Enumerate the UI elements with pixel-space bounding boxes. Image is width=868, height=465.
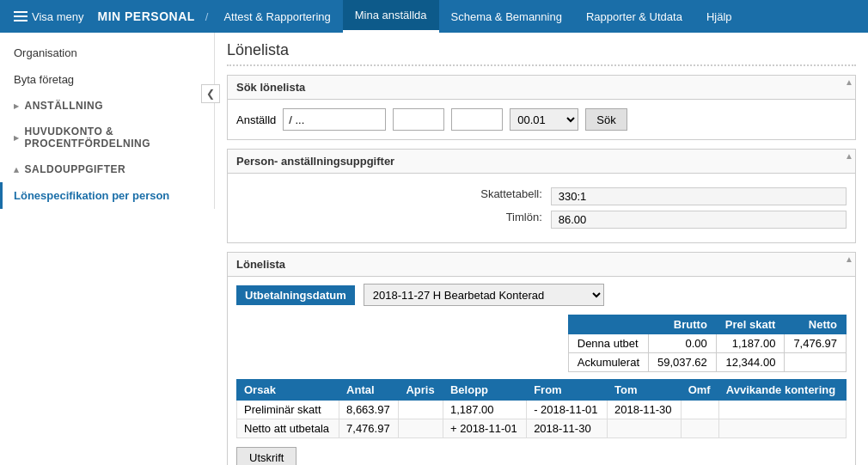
col-orsak: Orsak: [237, 380, 339, 401]
sok-button[interactable]: Sök: [585, 108, 627, 131]
cell-from-1: - 2018-11-01: [527, 401, 608, 419]
summary-col-prelskatt: Prel skatt: [716, 315, 785, 334]
lonelista-panel-scroll[interactable]: ▲: [845, 254, 853, 264]
sok-panel-header-text: Sök lönelista: [236, 81, 305, 94]
lonelista-panel-header-text: Lönelista: [236, 258, 285, 271]
table-row: Netto att utbetala 7,476.97 + 2018-11-01…: [237, 419, 847, 438]
cell-omf-2: [681, 419, 718, 438]
col-avvikande: Avvikande kontering: [718, 380, 846, 401]
brand-name: MIN PERSONAL: [90, 9, 201, 23]
cell-belopp-1: 1,187.00: [443, 401, 526, 419]
sok-panel: Sök lönelista ▲ Anställd 00.01 Sök: [227, 75, 856, 140]
menu-toggle[interactable]: Visa meny: [7, 10, 90, 23]
sok-panel-scroll[interactable]: ▲: [845, 77, 853, 87]
cell-avvikande-1: [718, 401, 846, 419]
skattetabell-label: Skattetabell:: [236, 187, 542, 205]
person-info-grid: Skattetabell: 330:1 Timlön: 86.00: [236, 182, 847, 234]
summary-ackumulerat-label: Ackumulerat: [568, 353, 648, 372]
person-panel-header: Person- anställningsuppgifter ▲: [228, 150, 855, 174]
nav-item-schema[interactable]: Schema & Bemanning: [439, 0, 574, 33]
person-panel-header-text: Person- anställningsuppgifter: [236, 155, 394, 168]
sidebar: Organisation Byta företag ▸ ANSTÄLLNING …: [0, 33, 215, 209]
table-row: Preliminär skatt 8,663.97 1,187.00 - 201…: [237, 401, 847, 419]
col-antal: Antal: [339, 380, 399, 401]
dropdown-row: Utbetalningsdatum 2018-11-27 H Bearbetad…: [236, 284, 847, 306]
cell-omf-1: [681, 401, 718, 419]
summary-denna-utbet-label: Denna utbet: [568, 334, 648, 353]
sok-dropdown[interactable]: 00.01: [510, 108, 578, 131]
summary-ackumulerat-brutto: 59,037.62: [649, 353, 717, 372]
summary-area: Brutto Prel skatt Netto Denna utbet 0.00…: [236, 315, 847, 372]
person-panel: Person- anställningsuppgifter ▲ Skatteta…: [227, 149, 856, 243]
sidebar-label-anstallning: ANSTÄLLNING: [25, 100, 104, 112]
summary-col-empty: [568, 315, 648, 334]
utbetalningsdatum-select[interactable]: 2018-11-27 H Bearbetad Konterad: [364, 284, 604, 306]
sok-form-row: Anställd 00.01 Sök: [236, 108, 847, 131]
sidebar-item-byta-foretag[interactable]: Byta företag: [0, 66, 214, 93]
nav-item-attest[interactable]: Attest & Rapportering: [211, 0, 342, 33]
cell-belopp-2: + 2018-11-01: [443, 419, 526, 438]
cell-orsak-1: Preliminär skatt: [237, 401, 339, 419]
arrow-icon-anstallning: ▸: [14, 101, 20, 112]
sok-field2[interactable]: [451, 108, 503, 131]
sok-panel-header: Sök lönelista ▲: [228, 76, 855, 100]
skattetabell-value: 330:1: [551, 187, 847, 205]
cell-apris-1: [399, 401, 443, 419]
timlon-label: Timlön:: [236, 211, 542, 229]
summary-denna-utbet-prelskatt: 1,187.00: [716, 334, 785, 353]
col-apris: Apris: [399, 380, 443, 401]
page-title: Lönelista: [227, 41, 856, 66]
sidebar-item-saldouppgifter[interactable]: ▴ SALDOUPPGIFTER: [0, 156, 214, 182]
cell-antal-2: 7,476.97: [339, 419, 399, 438]
sidebar-item-lonespecifikation[interactable]: Lönespecifikation per person: [0, 182, 214, 209]
utskrift-button[interactable]: Utskrift: [236, 447, 296, 465]
sidebar-item-huvudkonto[interactable]: ▸ HUVUDKONTO & PROCENTFÖRDELNING: [0, 119, 214, 156]
menu-label: Visa meny: [32, 10, 83, 23]
sidebar-item-anstallning[interactable]: ▸ ANSTÄLLNING: [0, 93, 214, 119]
nav-item-hjalp[interactable]: Hjälp: [694, 0, 744, 33]
summary-ackumulerat-netto: [785, 353, 847, 372]
utbetalningsdatum-label: Utbetalningsdatum: [236, 285, 355, 305]
person-panel-scroll[interactable]: ▲: [845, 151, 853, 161]
sidebar-collapse-button[interactable]: ❮: [201, 84, 220, 103]
summary-table: Brutto Prel skatt Netto Denna utbet 0.00…: [568, 315, 847, 372]
sok-panel-body: Anställd 00.01 Sök: [228, 100, 855, 139]
sidebar-item-organisation[interactable]: Organisation: [0, 40, 214, 66]
main-content: Lönelista Sök lönelista ▲ Anställd 00.01…: [215, 33, 868, 465]
sidebar-label-organisation: Organisation: [14, 46, 77, 59]
col-belopp: Belopp: [443, 380, 526, 401]
col-omf: Omf: [681, 380, 718, 401]
sidebar-wrapper: Organisation Byta företag ▸ ANSTÄLLNING …: [0, 33, 215, 465]
arrow-icon-huvudkonto: ▸: [14, 132, 20, 144]
cell-avvikande-2: [718, 419, 846, 438]
summary-denna-utbet-netto: 7,476.97: [785, 334, 847, 353]
nav-item-rapporter[interactable]: Rapporter & Utdata: [574, 0, 694, 33]
summary-col-brutto: Brutto: [649, 315, 717, 334]
col-from: From: [527, 380, 608, 401]
cell-orsak-2: Netto att utbetala: [237, 419, 339, 438]
col-tom: Tom: [607, 380, 681, 401]
anstald-label: Anställd: [236, 113, 276, 126]
sidebar-label-huvudkonto: HUVUDKONTO & PROCENTFÖRDELNING: [25, 125, 201, 150]
sidebar-label-lonespecifikation: Lönespecifikation per person: [14, 189, 169, 202]
nav-separator: /: [202, 10, 212, 23]
lonelista-panel-header: Lönelista ▲: [228, 253, 855, 277]
timlon-value: 86.00: [551, 211, 847, 229]
anstald-input[interactable]: [283, 108, 386, 131]
hamburger-icon: [14, 11, 28, 21]
cell-tom-2: [607, 419, 681, 438]
nav-items: Attest & Rapportering Mina anställda Sch…: [211, 0, 743, 33]
cell-from-2: 2018-11-30: [527, 419, 608, 438]
sok-field1[interactable]: [393, 108, 444, 131]
sidebar-label-saldouppgifter: SALDOUPPGIFTER: [25, 163, 126, 175]
lonelista-panel-body: Utbetalningsdatum 2018-11-27 H Bearbetad…: [228, 277, 855, 465]
nav-item-mina-anstallda[interactable]: Mina anställda: [343, 0, 439, 33]
cell-apris-2: [399, 419, 443, 438]
summary-denna-utbet-brutto: 0.00: [649, 334, 717, 353]
top-navigation: Visa meny MIN PERSONAL / Attest & Rappor…: [0, 0, 868, 33]
page-layout: Organisation Byta företag ▸ ANSTÄLLNING …: [0, 33, 868, 465]
cell-antal-1: 8,663.97: [339, 401, 399, 419]
summary-ackumulerat-prelskatt: 12,344.00: [716, 353, 785, 372]
person-panel-body: Skattetabell: 330:1 Timlön: 86.00: [228, 174, 855, 242]
lonelista-panel: Lönelista ▲ Utbetalningsdatum 2018-11-27…: [227, 252, 856, 465]
